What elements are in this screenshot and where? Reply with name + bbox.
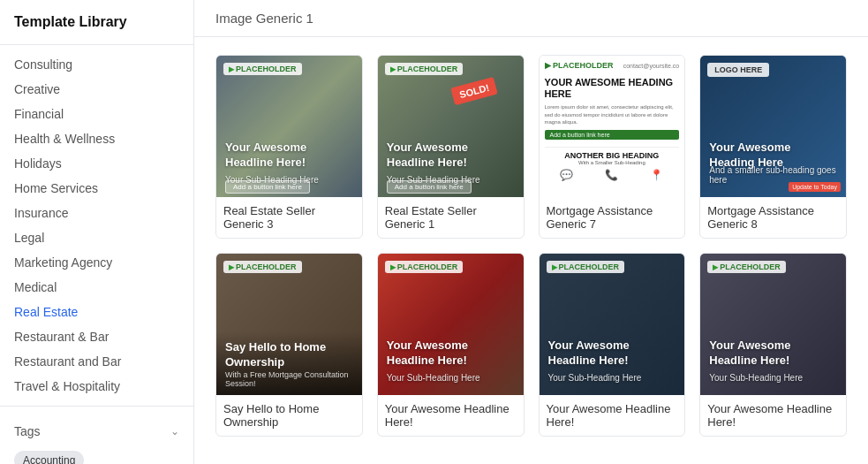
placeholder-badge: PLACEHOLDER [385, 261, 464, 273]
sidebar-nav-item-legal[interactable]: Legal [0, 225, 193, 250]
sidebar-nav-item-home-services[interactable]: Home Services [0, 176, 193, 201]
overlay-heading: Your Awesome Headline Here! [548, 338, 676, 369]
sidebar-nav: ConsultingCreativeFinancialHealth & Well… [0, 52, 193, 399]
overlay-heading: Your Awesome Headline Here! [225, 141, 353, 171]
overlay-sub: With a Free Mortgage Consultation Sessio… [225, 370, 353, 388]
chevron-down-icon: ⌄ [170, 425, 179, 437]
mlc-logo: ▶ PLACEHOLDER [545, 61, 614, 70]
template-card-8[interactable]: PLACEHOLDER Your Awesome Headline Here! … [699, 253, 847, 437]
template-label-6: Your Awesome Headline Here! [378, 395, 524, 436]
mlc-heading: YOUR AWESOME HEADING HERE [545, 77, 680, 100]
mlc-btn: Add a button link here [545, 130, 680, 140]
template-card-3[interactable]: ▶ PLACEHOLDER contact@yoursite.co YOUR A… [539, 55, 686, 239]
sidebar-nav-item-holidays[interactable]: Holidays [0, 151, 193, 176]
template-label-4: Mortgage Assistance Generic 8 [700, 197, 846, 238]
mlc-icons: 💬 📞 📍 [545, 169, 680, 181]
mlc-second-heading: ANOTHER BIG HEADING [545, 151, 680, 160]
logo-badge: LOGO HERE [707, 63, 769, 77]
mlc-second-sub: With a Smaller Sub-Heading [545, 160, 680, 165]
main-header: Image Generic 1 [194, 0, 868, 37]
placeholder-badge: PLACEHOLDER [223, 261, 302, 273]
template-card-1[interactable]: PLACEHOLDER Your Awesome Headline Here! … [215, 55, 363, 239]
placeholder-badge: PLACEHOLDER [547, 261, 625, 273]
sidebar-nav-item-insurance[interactable]: Insurance [0, 201, 193, 225]
template-card-4[interactable]: LOGO HERE Your Awesome Heading Here And … [699, 55, 847, 239]
mortgage-light-content: ▶ PLACEHOLDER contact@yoursite.co YOUR A… [540, 56, 685, 197]
page-wrapper: Template Library ConsultingCreativeFinan… [0, 0, 868, 464]
sidebar-nav-item-creative[interactable]: Creative [0, 77, 193, 102]
overlay-heading: Your Awesome Headline Here! [387, 338, 515, 369]
placeholder-badge: PLACEHOLDER [385, 63, 464, 75]
template-card-7[interactable]: PLACEHOLDER Your Awesome Headline Here! … [539, 253, 686, 437]
mlc-contact: contact@yoursite.co [623, 63, 680, 69]
placeholder-badge: PLACEHOLDER [223, 63, 302, 75]
overlay-btn: Add a button link here [387, 180, 472, 194]
tag-pill-accounting[interactable]: Accounting [14, 451, 84, 464]
overlay-sub: Your Sub-Heading Here [548, 373, 676, 383]
overlay-heading: Your Awesome Headline Here! [387, 141, 515, 171]
overlay-heading: Your Awesome Headline Here! [709, 338, 837, 369]
template-label-1: Real Estate Seller Generic 3 [216, 197, 362, 238]
sidebar-nav-item-consulting[interactable]: Consulting [0, 52, 193, 77]
template-label-7: Your Awesome Headline Here! [540, 395, 685, 436]
update-badge: Update to Today [789, 182, 841, 192]
tags-section: Tags ⌄ Accounting [0, 406, 193, 464]
template-label-2: Real Estate Seller Generic 1 [378, 197, 524, 238]
sidebar-nav-item-restaurant-and-bar[interactable]: Restaurant and Bar [0, 349, 193, 374]
sidebar-nav-item-medical[interactable]: Medical [0, 275, 193, 300]
phone-icon: 📞 [605, 169, 618, 181]
sidebar-nav-item-marketing-agency[interactable]: Marketing Agency [0, 250, 193, 275]
template-label-8: Your Awesome Headline Here! [700, 395, 846, 436]
sidebar-nav-item-real-estate[interactable]: Real Estate [0, 300, 193, 324]
placeholder-badge: PLACEHOLDER [707, 261, 786, 273]
sidebar-nav-item-restaurant---bar[interactable]: Restaurant & Bar [0, 324, 193, 349]
template-card-5[interactable]: PLACEHOLDER Say Hello to Home Ownership … [215, 253, 363, 437]
sidebar-nav-item-financial[interactable]: Financial [0, 102, 193, 126]
template-card-2[interactable]: PLACEHOLDER SOLD! Your Awesome Headline … [377, 55, 525, 239]
template-label-3: Mortgage Assistance Generic 7 [540, 197, 685, 238]
sidebar: Template Library ConsultingCreativeFinan… [0, 0, 194, 464]
sidebar-title: Template Library [0, 14, 193, 45]
main-content: Image Generic 1 PLACEHOLDER Your Awesome… [194, 0, 868, 464]
sidebar-nav-item-travel---hospitality[interactable]: Travel & Hospitality [0, 374, 193, 399]
overlay-sub: Your Sub-Heading Here [387, 373, 515, 383]
mlc-body: Lorem ipsum dolor sit amet, consectetur … [545, 103, 680, 126]
location-icon: 📍 [650, 169, 663, 181]
main-header-title: Image Generic 1 [215, 11, 313, 26]
overlay-btn: Add a button link here [225, 180, 310, 194]
tags-toggle[interactable]: Tags ⌄ [14, 417, 179, 445]
chat-icon: 💬 [560, 169, 573, 181]
tags-label-text: Tags [14, 424, 41, 438]
template-card-6[interactable]: PLACEHOLDER Your Awesome Headline Here! … [377, 253, 525, 437]
templates-grid: PLACEHOLDER Your Awesome Headline Here! … [194, 37, 868, 454]
overlay-sub: Your Sub-Heading Here [709, 373, 837, 383]
template-label-5: Say Hello to Home Ownership [216, 395, 362, 436]
sidebar-nav-item-health---wellness[interactable]: Health & Wellness [0, 126, 193, 151]
overlay-heading: Say Hello to Home Ownership [225, 340, 353, 370]
